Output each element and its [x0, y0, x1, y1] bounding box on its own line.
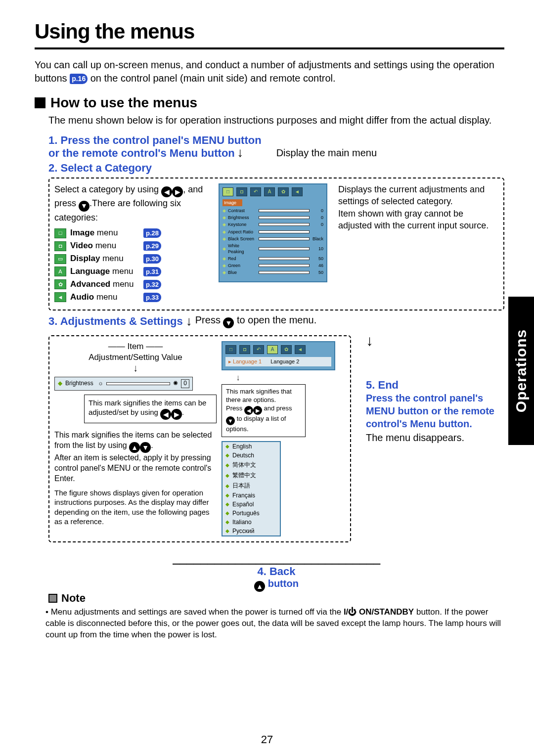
step2-panel: Select a category by using ◀▶, and press…	[48, 178, 504, 311]
page-ref: p.31	[143, 267, 161, 277]
menu-icon: A	[54, 267, 66, 276]
note-title: Note	[61, 592, 86, 605]
menu-label: Audio menu	[70, 292, 139, 303]
step5-body: Press the control panel's MENU button or…	[366, 392, 504, 430]
osd-items: ◆Contrast0◆Brightness0◆Keystone0◆Aspect …	[222, 208, 323, 275]
osd-header: Image	[222, 199, 242, 206]
language-item: ◆繁體中文	[222, 470, 280, 481]
intro-paragraph: You can call up on-screen menus, and con…	[35, 58, 504, 85]
menu-icon: ◄	[54, 292, 66, 302]
osd-tab-video-icon: ◘	[236, 187, 247, 196]
brightness-value: 0	[181, 379, 189, 388]
language2: Language 2	[270, 358, 299, 365]
page-ref: p.32	[143, 280, 161, 290]
section-title: How to use the menus	[50, 95, 197, 111]
page-ref: p.28	[143, 228, 161, 238]
step1-side: Display the main menu	[276, 147, 377, 159]
osd-item: ◆Black ScreenBlack	[222, 236, 323, 242]
osd-item: ◆Blue50	[222, 269, 323, 275]
left-arrow-icon: ◀	[160, 409, 171, 420]
page-ref: p.29	[143, 241, 161, 251]
osd-tab-language-icon: A	[264, 187, 275, 196]
down-arrow-icon: ▼	[226, 416, 235, 425]
step3-side-b: to open the menu.	[234, 314, 316, 325]
menu-row: □Image menup.28	[54, 227, 213, 239]
osd-tab-audio-icon: ◄	[295, 345, 306, 354]
menu-icon: ✿	[54, 279, 66, 289]
step2-right-text: Displays the current adjustments and set…	[338, 183, 498, 305]
page-number: 27	[0, 733, 534, 746]
osd-tab-advanced-icon: ✿	[281, 345, 292, 354]
down-arrow-icon: ▼	[223, 317, 234, 328]
step4-sub: button	[268, 578, 299, 589]
step5-after: The menu disappears.	[366, 432, 504, 444]
osd-item: ◆Contrast0	[222, 208, 323, 214]
osd-tab-display-icon: ↶	[250, 187, 261, 196]
arrow-down-icon: ↓	[236, 372, 240, 382]
menu-label: Video menu	[70, 240, 139, 252]
note-body-a: Menu adjustments and settings are saved …	[51, 607, 344, 617]
menu-icon: □	[54, 228, 66, 238]
arrow-down-icon: ↓	[366, 332, 504, 349]
menu-icon: ◘	[54, 241, 66, 251]
language-item: ◆Português	[222, 509, 280, 518]
note-body: • Menu adjustments and settings are save…	[45, 607, 504, 641]
menu-label: Advanced menu	[70, 279, 139, 290]
side-tab-operations: Operations	[508, 297, 534, 445]
step4-title: 4. Back	[48, 565, 504, 578]
up-arrow-icon: ▲	[254, 581, 265, 592]
adjustment-label: Adjustment/Setting Value	[89, 353, 182, 362]
language-list: ◆English◆Deutsch◆简体中文◆繁體中文◆日本語◆Français◆…	[222, 441, 281, 536]
menu-list: □Image menup.28◘Video menup.29▭Display m…	[54, 227, 213, 303]
right-arrow-icon: ▶	[253, 406, 262, 415]
osd-item: ◆Aspect Ratio	[222, 229, 323, 235]
osd-item: ◆Red50	[222, 256, 323, 262]
divider	[35, 47, 504, 49]
brightness-name: Brightness	[65, 380, 95, 388]
onstandby-label: I/⏻ ON/STANDBY	[344, 607, 414, 617]
section-marker-icon	[35, 97, 45, 108]
menu-icon: ▭	[54, 254, 66, 264]
language-item: ◆Русский	[222, 527, 280, 535]
right-arrow-icon: ▶	[172, 186, 183, 197]
menu-row: ALanguage menup.31	[54, 266, 213, 277]
callout2-c: to display a list of options.	[226, 415, 286, 433]
step2-title: 2. Select a Category	[48, 162, 504, 175]
down-arrow-icon: ▼	[140, 442, 151, 453]
menu-row: ✿Advanced menup.32	[54, 279, 213, 290]
osd-tab-language-icon: A	[267, 345, 278, 354]
osd-language-tabs: □ ◘ ↶ A ✿ ◄ ▸ Language 1 Language 2	[222, 341, 335, 370]
left-arrow-icon: ◀	[161, 186, 172, 197]
step2-text-a: Select a category by using	[54, 184, 161, 194]
osd-tab-audio-icon: ◄	[292, 187, 303, 196]
menu-label: Image menu	[70, 227, 139, 239]
osd-item: ◆Keystone0	[222, 222, 323, 227]
down-arrow-icon: ▼	[79, 201, 89, 212]
page-ref: p.33	[143, 293, 161, 303]
menu-label: Display menu	[70, 253, 139, 265]
item-label: Item	[127, 342, 143, 351]
osd-tab-video-icon: ◘	[239, 345, 250, 354]
page-ref-16: p.16	[70, 74, 88, 84]
brightness-row: ◆ Brightness ☼ ✺ 0	[54, 377, 193, 391]
osd-tab-image-icon: □	[222, 187, 233, 196]
list-note-b: After an item is selected, apply it by p…	[54, 453, 211, 483]
intro-text-b: on the control panel (main unit side) an…	[90, 73, 336, 84]
figure-note: The figure shows displays given for oper…	[54, 488, 217, 527]
osd-item: ◆Brightness0	[222, 215, 323, 221]
language-item: ◆日本語	[222, 481, 280, 491]
step3-panel: —— Item —— Adjustment/Setting Value ↓ ◆ …	[48, 335, 351, 542]
step1-line1: 1. Press the control panel's MENU button	[48, 134, 262, 147]
note-marker-icon	[48, 594, 57, 603]
menu-row: ▭Display menup.30	[54, 253, 213, 265]
language-item: ◆简体中文	[222, 460, 280, 470]
callout-options: This mark signifies that there are optio…	[222, 384, 306, 437]
page-ref: p.30	[143, 254, 161, 264]
step3-side-a: Press	[195, 314, 223, 325]
section-body: The menu shown below is for operation in…	[48, 114, 504, 127]
osd-tab-advanced-icon: ✿	[278, 187, 289, 196]
menu-row: ◘Video menup.29	[54, 240, 213, 252]
osd-preview: □ ◘ ↶ A ✿ ◄ Image ◆Contrast0◆Brightness0…	[219, 183, 327, 282]
arrow-down-icon: ↓	[237, 145, 243, 160]
bracket-up-icon: ⎯⎯⎯⎯⎯⎯⎯⎯⎯⎯⎯⎯⎯⎯⎯⎯⎯⎯⎯⎯⎯⎯⎯⎯⎯⎯⎯⎯⎯⎯	[48, 551, 504, 565]
